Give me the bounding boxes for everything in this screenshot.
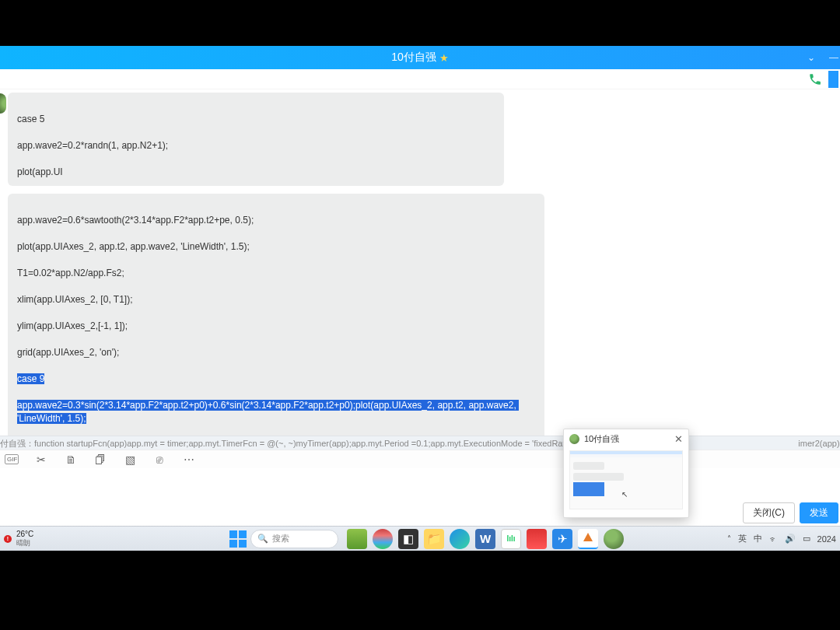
feishu-icon[interactable]: ✈: [552, 529, 572, 549]
cursor-icon: ↖: [621, 490, 628, 499]
preview-title: 10付自强: [584, 433, 619, 445]
code-line: ylim(app.UIAxes_2,[-1, 1]);: [17, 320, 535, 333]
edge-icon[interactable]: [450, 529, 470, 549]
dropdown-chevron-icon[interactable]: ⌄: [807, 52, 815, 63]
close-button[interactable]: 关闭(C): [743, 502, 795, 523]
video-call-edge[interactable]: [828, 71, 838, 88]
code-line: app.wave2=0.6*sawtooth(2*3.14*app.F2*app…: [17, 214, 535, 227]
more-icon[interactable]: ⋯: [182, 453, 196, 466]
code-line: app.wave2=0.2*randn(1, app.N2+1);: [17, 139, 495, 152]
temperature-text: 26°C: [16, 530, 33, 538]
battery-icon[interactable]: ▭: [803, 534, 810, 544]
file-icon[interactable]: 🗎: [64, 453, 78, 466]
minimize-icon[interactable]: —: [829, 52, 838, 63]
code-line-selected: app.wave2=0.3*sin(2*3.14*app.F2*app.t2+p…: [17, 399, 535, 425]
code-line: grid(app.UIAxes_2, 'on');: [17, 346, 535, 359]
taskbar-app-icon[interactable]: [347, 529, 367, 549]
matlab-icon[interactable]: [578, 529, 598, 549]
explorer-icon[interactable]: 📁: [424, 529, 444, 549]
code-line: xlim(app.UIAxes_2, [0, T1]);: [17, 293, 535, 306]
weather-widget[interactable]: ! 26°C 晴朗: [0, 530, 33, 548]
taskbar-preview-popup[interactable]: 10付自强 ✕ ↖: [563, 429, 689, 518]
code-line: plot(app.UI: [17, 166, 495, 179]
search-placeholder: 搜索: [272, 533, 289, 544]
ime-lang-2[interactable]: 中: [754, 533, 762, 544]
folder-icon[interactable]: 🗍: [93, 453, 107, 466]
app-icon[interactable]: lılı: [501, 529, 521, 549]
draft-status-line: 付自强：function startupFcn(app)app.myt = ti…: [0, 436, 840, 450]
volume-icon[interactable]: 🔊: [785, 534, 796, 544]
input-toolbar: GIF ✂ 🗎 🗍 ▧ ⎚ ⋯: [0, 450, 840, 468]
phone-call-icon[interactable]: [808, 72, 822, 86]
message-bubble[interactable]: case 5 app.wave2=0.2*randn(1, app.N2+1);…: [8, 93, 504, 186]
chat-title: 10付自强: [391, 51, 436, 65]
weather-text: 晴朗: [16, 538, 33, 548]
taskbar-search-input[interactable]: 🔍 搜索: [250, 530, 338, 548]
start-button[interactable]: [229, 530, 247, 548]
app-icon-red[interactable]: [527, 529, 547, 549]
ime-lang-1[interactable]: 英: [738, 533, 747, 544]
send-button[interactable]: 发送: [800, 502, 838, 523]
wifi-icon[interactable]: ᯤ: [769, 534, 778, 544]
send-button-row: 关闭(C) 发送: [0, 499, 840, 527]
search-icon: 🔍: [257, 534, 268, 544]
preview-thumbnail[interactable]: ↖: [569, 450, 683, 509]
clock-year[interactable]: 2024: [817, 534, 836, 544]
chat-scroll-area[interactable]: case 5 app.wave2=0.2*randn(1, app.N2+1);…: [0, 89, 840, 436]
gif-icon[interactable]: GIF: [5, 454, 19, 464]
chat-titlebar: 10付自强 ★ ⌄ —: [0, 46, 840, 69]
avatar-icon: [569, 434, 579, 444]
close-icon[interactable]: ✕: [674, 433, 683, 445]
message-bubble[interactable]: app.wave2=0.6*sawtooth(2*3.14*app.F2*app…: [8, 194, 544, 436]
chat-app-icon[interactable]: [604, 529, 624, 549]
image-icon[interactable]: ▧: [123, 453, 137, 466]
tray-expand-icon[interactable]: ˄: [727, 534, 731, 543]
code-line: case 5: [17, 113, 495, 126]
word-icon[interactable]: W: [475, 529, 495, 549]
black-letterbox-top: [0, 0, 840, 46]
code-line-selected: case 9: [17, 373, 535, 386]
taskview-icon[interactable]: ◧: [398, 529, 418, 549]
windows-taskbar[interactable]: ! 26°C 晴朗 🔍 搜索 ◧ 📁 W lılı ✈ ˄ 英 中 ᯤ: [0, 526, 840, 551]
chat-sub-toolbar: [0, 69, 840, 89]
code-line: plot(app.UIAxes_2, app.t2, app.wave2, 'L…: [17, 240, 535, 254]
code-line: T1=0.02*app.N2/app.Fs2;: [17, 267, 535, 280]
alert-badge-icon: !: [4, 535, 12, 543]
avatar-edge-icon: [0, 93, 6, 114]
message-input[interactable]: [0, 468, 840, 499]
star-icon: ★: [439, 52, 449, 64]
screen-share-icon[interactable]: ⎚: [152, 453, 166, 466]
scissors-icon[interactable]: ✂: [34, 453, 48, 466]
copilot-icon[interactable]: [373, 529, 393, 549]
